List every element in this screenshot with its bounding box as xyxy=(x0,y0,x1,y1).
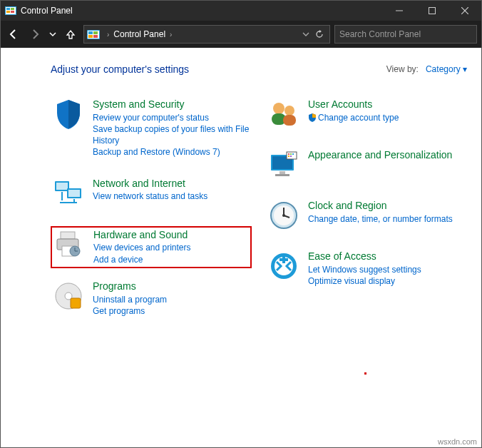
svg-rect-42 xyxy=(290,153,292,155)
category-title[interactable]: Hardware and Sound xyxy=(93,229,191,241)
clock-icon xyxy=(268,200,299,231)
uac-shield-icon xyxy=(308,113,317,122)
svg-rect-14 xyxy=(88,35,93,38)
title-bar: Control Panel xyxy=(1,1,481,21)
ease-of-access-icon xyxy=(268,250,299,282)
refresh-button[interactable] xyxy=(312,29,327,39)
printer-icon xyxy=(53,229,85,260)
category-hardware-sound: Hardware and Sound View devices and prin… xyxy=(51,226,252,268)
category-link[interactable]: Change account type xyxy=(308,112,399,123)
svg-rect-15 xyxy=(93,35,98,38)
category-programs: Programs Uninstall a program Get program… xyxy=(51,278,252,321)
svg-rect-12 xyxy=(88,31,93,34)
category-ease-of-access: Ease of Access Let Windows suggest setti… xyxy=(266,248,467,291)
watermark: wsxdn.com xyxy=(438,437,477,446)
monitor-icon xyxy=(268,149,299,180)
address-bar[interactable]: › Control Panel › xyxy=(83,25,330,44)
toolbar: › Control Panel › Search Control Panel xyxy=(1,21,481,48)
maximize-button[interactable] xyxy=(416,1,448,21)
category-link[interactable]: View network status and tasks xyxy=(93,190,207,202)
category-title[interactable]: Appearance and Personalization xyxy=(308,149,452,161)
page-heading: Adjust your computer's settings xyxy=(51,63,189,75)
svg-rect-39 xyxy=(275,174,289,176)
chevron-right-icon: › xyxy=(107,31,109,39)
svg-point-34 xyxy=(284,106,294,116)
category-title[interactable]: Network and Internet xyxy=(93,178,207,190)
content-area: Adjust your computer's settings View by:… xyxy=(1,48,481,448)
svg-point-50 xyxy=(282,214,285,217)
category-title[interactable]: User Accounts xyxy=(308,98,399,111)
chevron-right-icon: › xyxy=(170,31,172,39)
category-link[interactable]: Backup and Restore (Windows 7) xyxy=(93,146,250,158)
svg-rect-41 xyxy=(288,153,289,155)
svg-rect-31 xyxy=(71,298,81,308)
address-location: Control Panel xyxy=(113,29,165,39)
category-link[interactable]: View devices and printers xyxy=(93,242,191,253)
category-link[interactable]: Add a device xyxy=(93,254,191,265)
category-system-security: System and Security Review your computer… xyxy=(51,96,252,163)
svg-rect-19 xyxy=(68,190,80,197)
decorative-dot xyxy=(364,372,366,375)
search-placeholder: Search Control Panel xyxy=(339,29,421,39)
svg-rect-38 xyxy=(280,171,285,174)
category-title[interactable]: Ease of Access xyxy=(308,250,421,263)
disc-icon xyxy=(53,280,84,312)
svg-rect-4 xyxy=(6,11,10,13)
svg-rect-43 xyxy=(292,153,294,155)
svg-rect-2 xyxy=(6,8,10,10)
search-input[interactable]: Search Control Panel xyxy=(334,25,477,44)
network-icon xyxy=(53,178,84,209)
category-title[interactable]: Clock and Region xyxy=(308,200,453,212)
category-link[interactable]: Let Windows suggest settings xyxy=(308,264,421,275)
category-link[interactable]: Change date, time, or number formats xyxy=(308,213,453,225)
category-title[interactable]: Programs xyxy=(93,280,167,292)
svg-rect-13 xyxy=(93,31,98,34)
viewby-dropdown[interactable]: Category ▾ xyxy=(426,64,467,74)
category-link[interactable]: Save backup copies of your files with Fi… xyxy=(93,123,250,146)
category-appearance-personalization: Appearance and Personalization xyxy=(266,147,467,185)
back-button[interactable] xyxy=(5,26,22,43)
right-column: User Accounts Change account type xyxy=(266,96,467,334)
minimize-button[interactable] xyxy=(383,1,416,21)
category-link[interactable]: Uninstall a program xyxy=(93,294,167,305)
category-link[interactable]: Get programs xyxy=(93,305,167,317)
category-network-internet: Network and Internet View network status… xyxy=(51,175,252,213)
svg-rect-45 xyxy=(290,156,292,157)
recent-locations-button[interactable] xyxy=(48,26,58,43)
window-title: Control Panel xyxy=(21,6,73,16)
close-button[interactable] xyxy=(448,1,481,21)
svg-rect-3 xyxy=(11,8,14,10)
up-button[interactable] xyxy=(62,26,79,43)
category-user-accounts: User Accounts Change account type xyxy=(266,96,467,134)
category-title[interactable]: System and Security xyxy=(93,98,250,111)
users-icon xyxy=(268,98,299,130)
address-icon xyxy=(87,29,100,39)
shield-icon xyxy=(53,98,84,130)
left-column: System and Security Review your computer… xyxy=(51,96,252,334)
app-icon xyxy=(5,5,16,16)
svg-rect-23 xyxy=(61,232,75,239)
svg-point-32 xyxy=(273,103,284,114)
forward-button[interactable] xyxy=(26,26,43,43)
view-by-control: View by: Category ▾ xyxy=(386,64,467,74)
svg-rect-35 xyxy=(283,115,296,126)
svg-rect-7 xyxy=(429,8,436,14)
address-dropdown-icon[interactable] xyxy=(299,31,312,38)
category-link[interactable]: Optimize visual display xyxy=(308,275,421,287)
category-link[interactable]: Review your computer's status xyxy=(93,112,250,123)
category-clock-region: Clock and Region Change date, time, or n… xyxy=(266,198,467,235)
viewby-label: View by: xyxy=(386,64,419,74)
svg-rect-17 xyxy=(56,183,68,190)
svg-rect-44 xyxy=(288,156,289,157)
svg-rect-5 xyxy=(11,11,14,13)
